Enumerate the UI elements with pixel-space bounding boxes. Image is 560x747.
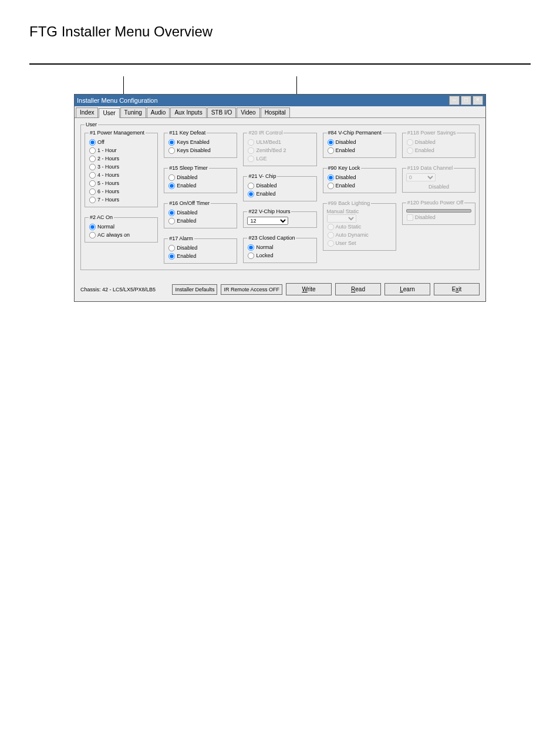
opt-1hr[interactable]: 1 - Hour xyxy=(89,147,154,154)
user-group: User #1 Power Management Off 1 - Hour 2 … xyxy=(80,122,480,270)
key-defeat-group: #11 Key Defeat Keys Enabled Keys Disable… xyxy=(164,130,237,158)
opt-enabled[interactable]: Enabled xyxy=(168,217,233,225)
learn-button[interactable]: Learn xyxy=(384,283,430,295)
sleep-timer-group: #15 Sleep Timer Disabled Enabled xyxy=(164,165,237,193)
opt-disabled[interactable]: Disabled xyxy=(327,174,392,181)
installer-menu-window: Installer Menu Configuration – □ × Index… xyxy=(74,94,486,302)
tab-strip: Index User Tuning Audio Aux Inputs STB I… xyxy=(75,106,485,118)
status-label: Disabled xyxy=(406,184,471,190)
opt-auto-static: Auto Static xyxy=(327,223,392,231)
ac-on-group: #2 AC On Normal AC always on xyxy=(85,214,158,243)
write-button[interactable]: Write xyxy=(286,283,332,295)
vchip-hours-select[interactable]: 12 xyxy=(247,217,288,225)
label: User Set xyxy=(336,240,356,246)
opt-disabled[interactable]: Disabled xyxy=(168,244,233,252)
opt-enabled: Enabled xyxy=(406,147,471,154)
opt-locked[interactable]: Locked xyxy=(247,252,312,260)
legend: #119 Data Channel xyxy=(406,165,454,171)
legend: #120 Pseudo Power Off xyxy=(406,200,464,206)
minimize-button[interactable]: – xyxy=(449,96,460,105)
chassis-label: Chassis: 42 - LC5/LX5/PX8/LB5 xyxy=(80,287,156,292)
opt-ac-always[interactable]: AC always on xyxy=(89,231,154,239)
page-title: FTG Installer Menu Overview xyxy=(29,23,531,40)
opt-6hr[interactable]: 6 - Hours xyxy=(89,188,154,196)
opt-2hr[interactable]: 2 - Hours xyxy=(89,155,154,163)
close-button[interactable]: × xyxy=(473,96,483,105)
opt-keys-disabled[interactable]: Keys Disabled xyxy=(168,147,233,154)
opt-3hr[interactable]: 3 - Hours xyxy=(89,163,154,171)
chassis-value: 42 - LC5/LX5/PX8/LB5 xyxy=(102,287,156,292)
label: Enabled xyxy=(336,183,355,189)
exit-button[interactable]: Exit xyxy=(434,283,480,295)
tab-hospital[interactable]: Hospital xyxy=(261,107,290,117)
tab-audio[interactable]: Audio xyxy=(147,107,170,117)
opt-disabled: Disabled xyxy=(406,139,471,146)
label: Normal xyxy=(256,244,273,250)
label: Disabled xyxy=(177,210,197,216)
tab-user[interactable]: User xyxy=(99,108,119,118)
legend: #21 V- Chip xyxy=(247,173,277,179)
opt-enabled[interactable]: Enabled xyxy=(247,190,312,198)
legend: #99 Back Lighting xyxy=(327,200,372,206)
alarm-group: #17 Alarm Disabled Enabled xyxy=(164,235,237,264)
tab-aux-inputs[interactable]: Aux Inputs xyxy=(170,107,206,117)
tab-video[interactable]: Video xyxy=(237,107,259,117)
callout-line xyxy=(296,76,403,95)
power-savings-group: #118 Power Savings Disabled Enabled xyxy=(402,130,475,158)
installer-defaults-button[interactable]: Installer Defaults xyxy=(172,284,217,295)
label: Locked xyxy=(256,253,273,258)
label: Manual Static xyxy=(327,208,392,214)
opt-zenith: Zenith/Bed 2 xyxy=(247,147,312,154)
back-lighting-group: #99 Back Lighting Manual Static Auto Sta… xyxy=(323,200,396,251)
opt-disabled[interactable]: Disabled xyxy=(247,182,312,190)
opt-enabled[interactable]: Enabled xyxy=(327,182,392,190)
tab-stb-io[interactable]: STB I/O xyxy=(207,107,237,117)
data-channel-group: #119 Data Channel 0 Disabled xyxy=(402,165,475,193)
opt-disabled[interactable]: Disabled xyxy=(168,209,233,217)
data-channel-select: 0 xyxy=(406,173,436,181)
ir-remote-button[interactable]: IR Remote Access OFF xyxy=(221,284,282,295)
label: Keys Enabled xyxy=(177,139,210,145)
tab-tuning[interactable]: Tuning xyxy=(120,107,146,117)
opt-auto-dynamic: Auto Dynamic xyxy=(327,231,392,239)
opt-ulm: ULM/Bed1 xyxy=(247,139,312,146)
opt-enabled[interactable]: Enabled xyxy=(168,182,233,190)
read-button[interactable]: Read xyxy=(335,283,381,295)
label: Disabled xyxy=(256,183,276,189)
label: Enabled xyxy=(177,218,196,224)
opt-4hr[interactable]: 4 - Hours xyxy=(89,171,154,179)
opt-lge: LGE xyxy=(247,155,312,163)
label: Disabled xyxy=(177,174,197,180)
opt-enabled[interactable]: Enabled xyxy=(168,253,233,260)
vchip-group: #21 V- Chip Disabled Enabled xyxy=(243,173,316,201)
label: Disabled xyxy=(177,245,197,251)
label: 7 - Hours xyxy=(97,197,119,203)
chk-disabled: Disabled xyxy=(406,214,471,221)
label: Zenith/Bed 2 xyxy=(256,147,286,153)
footer-bar: Chassis: 42 - LC5/LX5/PX8/LB5 Installer … xyxy=(75,280,485,301)
label: Enabled xyxy=(256,191,275,197)
opt-normal[interactable]: Normal xyxy=(247,244,312,251)
closed-caption-group: #23 Closed Caption Normal Locked xyxy=(243,235,316,263)
maximize-button[interactable]: □ xyxy=(461,96,471,105)
label: 3 - Hours xyxy=(97,164,119,170)
opt-disabled[interactable]: Disabled xyxy=(327,139,392,146)
opt-keys-enabled[interactable]: Keys Enabled xyxy=(168,139,233,146)
label: Auto Static xyxy=(336,224,362,230)
onoff-timer-group: #16 On/Off Timer Disabled Enabled xyxy=(164,200,237,228)
pseudo-power-group: #120 Pseudo Power Off Disabled xyxy=(402,200,475,225)
ir-control-group: #20 IR Control ULM/Bed1 Zenith/Bed 2 LGE xyxy=(243,130,316,166)
power-management-group: #1 Power Management Off 1 - Hour 2 - Hou… xyxy=(85,130,158,207)
opt-disabled[interactable]: Disabled xyxy=(168,174,233,181)
label: 6 - Hours xyxy=(97,189,119,194)
opt-normal[interactable]: Normal xyxy=(89,223,154,231)
user-group-legend: User xyxy=(85,122,98,127)
opt-enabled[interactable]: Enabled xyxy=(327,147,392,154)
key-lock-group: #90 Key Lock Disabled Enabled xyxy=(323,165,396,193)
opt-5hr[interactable]: 5 - Hours xyxy=(89,180,154,187)
opt-7hr[interactable]: 7 - Hours xyxy=(89,196,154,204)
legend: #118 Power Savings xyxy=(406,130,457,136)
tab-index[interactable]: Index xyxy=(76,107,98,117)
opt-off[interactable]: Off xyxy=(89,139,154,146)
label: ULM/Bed1 xyxy=(256,139,281,145)
